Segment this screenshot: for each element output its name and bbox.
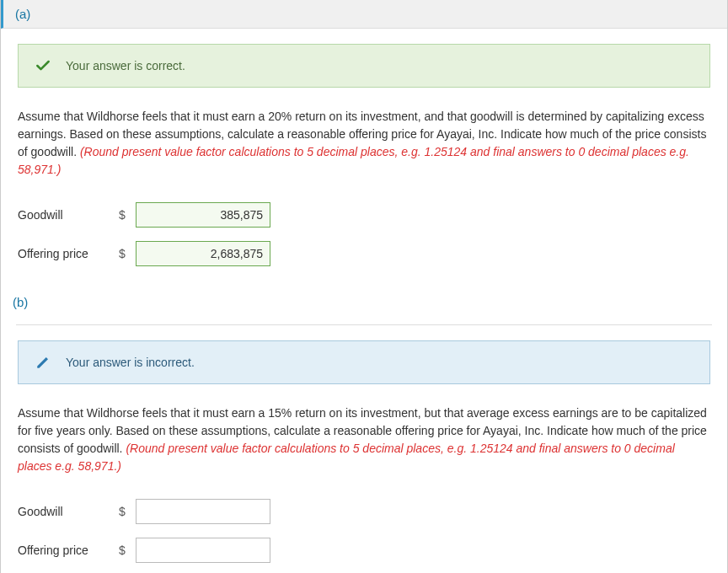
part-a-content: Your answer is correct. Assume that Wild… xyxy=(1,29,727,288)
currency-symbol: $ xyxy=(119,208,132,222)
goodwill-row-a: Goodwill $ xyxy=(18,202,710,228)
part-a-label: (a) xyxy=(15,7,30,21)
goodwill-row-b: Goodwill $ xyxy=(18,499,710,524)
question-container: (a) Your answer is correct. Assume that … xyxy=(0,0,728,573)
goodwill-label-b: Goodwill xyxy=(18,505,119,518)
feedback-correct-text: Your answer is correct. xyxy=(66,59,185,72)
offering-input-a[interactable] xyxy=(136,241,270,266)
goodwill-input-b[interactable] xyxy=(136,499,270,524)
part-b-content: Your answer is incorrect. Assume that Wi… xyxy=(1,325,727,573)
part-a-round-note: (Round present value factor calculations… xyxy=(18,145,689,176)
part-b-header: (b) xyxy=(1,288,727,316)
offering-label-b: Offering price xyxy=(18,544,119,557)
currency-symbol: $ xyxy=(119,505,132,518)
part-b-question: Assume that Wildhorse feels that it must… xyxy=(18,404,710,475)
offering-input-b[interactable] xyxy=(136,538,270,563)
part-a-question: Assume that Wildhorse feels that it must… xyxy=(18,108,710,179)
offering-row-a: Offering price $ xyxy=(18,241,710,266)
currency-symbol: $ xyxy=(119,247,132,260)
part-b-label: (b) xyxy=(13,295,28,309)
currency-symbol: $ xyxy=(119,544,132,557)
goodwill-input-a[interactable] xyxy=(136,202,270,228)
offering-row-b: Offering price $ xyxy=(18,538,710,563)
goodwill-label-a: Goodwill xyxy=(18,208,119,222)
feedback-correct-bar: Your answer is correct. xyxy=(18,44,710,88)
feedback-incorrect-text: Your answer is incorrect. xyxy=(66,356,195,369)
part-a-header: (a) xyxy=(1,0,727,29)
feedback-incorrect-bar: Your answer is incorrect. xyxy=(18,340,710,384)
pencil-icon xyxy=(34,353,52,372)
check-icon xyxy=(34,56,52,75)
offering-label-a: Offering price xyxy=(18,247,119,260)
